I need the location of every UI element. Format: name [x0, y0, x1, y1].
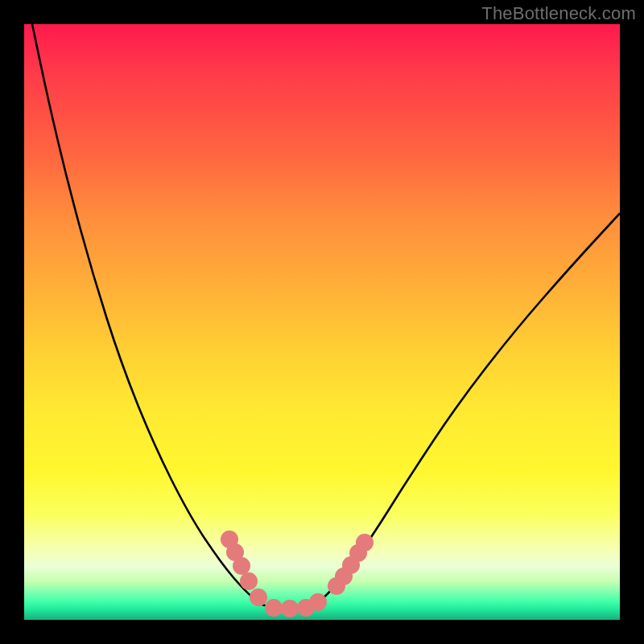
- highlight-dot: [356, 534, 374, 551]
- curve-left-descent: [32, 24, 262, 605]
- watermark-text: TheBottleneck.com: [481, 3, 636, 24]
- highlight-markers: [221, 530, 374, 617]
- curve-group: [32, 24, 620, 609]
- highlight-dot: [233, 557, 250, 575]
- highlight-dot: [250, 588, 267, 606]
- highlight-dot: [281, 600, 299, 617]
- highlight-dot: [309, 593, 327, 611]
- plot-area: [24, 24, 620, 620]
- chart-frame: TheBottleneck.com: [0, 0, 644, 644]
- highlight-dot: [265, 599, 283, 617]
- chart-svg: [24, 24, 620, 620]
- highlight-dot: [240, 572, 258, 590]
